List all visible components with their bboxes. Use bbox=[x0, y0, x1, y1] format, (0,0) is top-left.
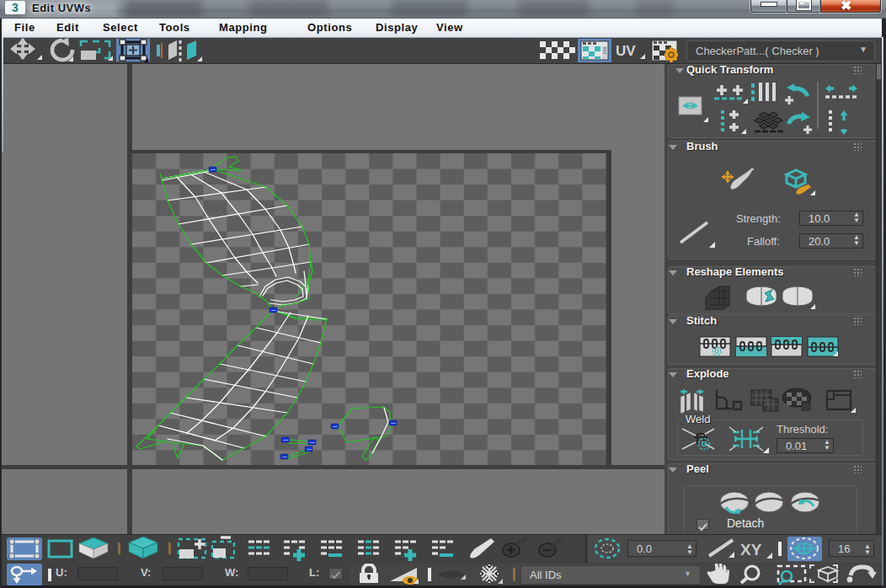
svg-text:UV: UV bbox=[616, 43, 636, 59]
svg-text:XY: XY bbox=[740, 541, 762, 559]
